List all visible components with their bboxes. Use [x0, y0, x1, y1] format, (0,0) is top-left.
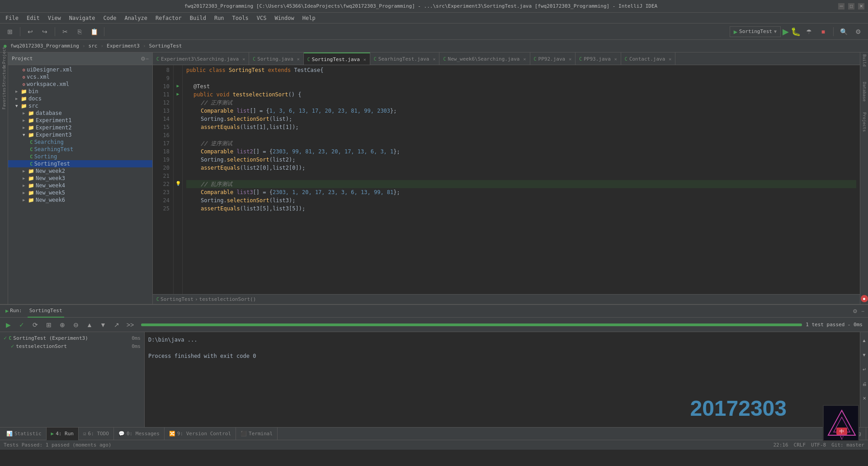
- run-config-selector[interactable]: ▶ SortingTest ▼: [730, 26, 781, 37]
- right-icon-build[interactable]: Build: [862, 54, 867, 67]
- run-collapse-button[interactable]: ⊖: [70, 319, 82, 331]
- copy-button[interactable]: ⎘: [73, 25, 86, 38]
- right-icon-avatar[interactable]: ●: [861, 295, 868, 302]
- debug-button[interactable]: 🐛: [791, 27, 801, 37]
- menu-refactor[interactable]: Refactor: [152, 13, 185, 23]
- tab-close-sorting[interactable]: ✕: [297, 57, 300, 62]
- tree-item-new-week4[interactable]: ▶ 📁 New_week4: [8, 182, 152, 189]
- tree-item-new-week3[interactable]: ▶ 📁 New_week3: [8, 175, 152, 182]
- menu-run[interactable]: Run: [211, 13, 228, 23]
- tab-sortingTest[interactable]: C SortingTest.java ✕: [304, 52, 370, 65]
- bottom-tab-messages[interactable]: 💬 0: Messages: [114, 428, 165, 440]
- coverage-button[interactable]: ☂: [802, 25, 815, 38]
- run-rerun-button[interactable]: ⟳: [29, 319, 42, 331]
- menu-analyze[interactable]: Analyze: [121, 13, 151, 23]
- tab-pp92[interactable]: C PP92.java ✕: [530, 52, 576, 65]
- cut-button[interactable]: ✂: [59, 25, 71, 38]
- menu-navigate[interactable]: Navigate: [66, 13, 99, 23]
- code-editor[interactable]: 8 9 10 11 12 13 14 15 16 17 18 19 20 21 …: [153, 65, 860, 294]
- tree-item-sorting[interactable]: C Sorting: [8, 153, 152, 160]
- left-icon-3[interactable]: Favorites: [0, 95, 8, 102]
- menu-edit[interactable]: Edit: [23, 13, 43, 23]
- tab-close-sortingTest[interactable]: ✕: [363, 57, 366, 62]
- run-export-button[interactable]: ↗: [110, 319, 123, 331]
- tree-item-src[interactable]: ▼ 📁 src: [8, 102, 152, 109]
- tree-item-docs[interactable]: ▶ 📁 docs: [8, 95, 152, 102]
- tab-sorting[interactable]: C Sorting.java ✕: [249, 52, 304, 65]
- tree-item-uiDesigner[interactable]: ⚙ uiDesigner.xml: [8, 66, 152, 73]
- run-expand-button[interactable]: ⊕: [56, 319, 69, 331]
- status-encoding[interactable]: UTF-8: [811, 442, 826, 448]
- run-more-button[interactable]: >>: [124, 319, 137, 331]
- tree-item-new-week5[interactable]: ▶ 📁 New_week5: [8, 189, 152, 196]
- tab-close-nw6searching[interactable]: ✕: [523, 57, 526, 62]
- redo-button[interactable]: ↪: [38, 25, 51, 38]
- tab-experiment3-searching[interactable]: C Experiment3\Searching.java ✕: [153, 52, 249, 65]
- bottom-tab-statistic[interactable]: 📊 Statistic: [2, 428, 47, 440]
- run-down-button[interactable]: ▼: [97, 319, 109, 331]
- bottom-tab-todo[interactable]: ☑ 6: TODO: [79, 428, 114, 440]
- run-scroll-down[interactable]: ▼: [858, 348, 868, 361]
- breadcrumb-project[interactable]: fwq20172303_Programming: [10, 43, 79, 49]
- run-panel-settings[interactable]: ⚙: [853, 308, 858, 314]
- tree-item-searhingTest[interactable]: C SearhingTest: [8, 146, 152, 153]
- run-panel-minimize[interactable]: −: [861, 308, 864, 314]
- tree-item-vcs[interactable]: ⚙ vcs.xml: [8, 73, 152, 81]
- menu-view[interactable]: View: [44, 13, 65, 23]
- tab-close-contact[interactable]: ✕: [669, 57, 671, 62]
- undo-button[interactable]: ↩: [24, 25, 37, 38]
- bottom-tab-terminal[interactable]: ⬛ Terminal: [236, 428, 278, 440]
- breadcrumb-experiment3[interactable]: Experiment3: [107, 43, 140, 49]
- tree-item-sortingTest[interactable]: C SortingTest: [8, 160, 152, 167]
- run-play-button[interactable]: ▶: [2, 319, 14, 331]
- project-panel-close[interactable]: −: [146, 56, 149, 62]
- paste-button[interactable]: 📋: [88, 25, 100, 38]
- tree-item-experiment3[interactable]: ▼ 📁 Experiment3: [8, 131, 152, 138]
- bottom-tab-version-control[interactable]: 🔀 9: Version Control: [165, 428, 236, 440]
- project-structure-button[interactable]: ⊞: [4, 25, 16, 38]
- status-line-ending[interactable]: CRLF: [794, 442, 806, 448]
- tree-item-database[interactable]: ▶ 📁 database: [8, 109, 152, 117]
- tab-pp93[interactable]: C PP93.java ✕: [576, 52, 621, 65]
- tab-newweek6searching[interactable]: C New_week6\Searching.java ✕: [439, 52, 530, 65]
- tree-item-new-week2[interactable]: ▶ 📁 New_week2: [8, 167, 152, 175]
- test-item-testselectionSort[interactable]: ✓ testselectionSort 0ms: [0, 342, 144, 350]
- menu-tools[interactable]: Tools: [229, 13, 252, 23]
- minimize-button[interactable]: ─: [838, 3, 844, 10]
- settings-button[interactable]: ⚙: [852, 25, 864, 38]
- breadcrumb-src[interactable]: src: [89, 43, 98, 49]
- left-icon-2[interactable]: Structure: [0, 72, 8, 80]
- test-item-sortingTest[interactable]: ✓ C SortingTest (Experiment3) 0ms: [0, 334, 144, 342]
- stop-button[interactable]: ■: [817, 25, 830, 38]
- run-button[interactable]: ▶: [783, 27, 789, 37]
- run-tab-sortingTest[interactable]: SortingTest: [28, 305, 64, 318]
- left-icon-1[interactable]: 1:Project: [0, 54, 8, 62]
- menu-file[interactable]: File: [2, 13, 22, 23]
- tab-searhingTest[interactable]: C SearhingTest.java ✕: [370, 52, 440, 65]
- menu-code[interactable]: Code: [100, 13, 120, 23]
- status-time[interactable]: 22:16: [773, 442, 788, 448]
- run-soft-wrap[interactable]: ↵: [858, 363, 868, 376]
- breadcrumb-file[interactable]: SortingTest: [149, 43, 182, 49]
- menu-window[interactable]: Window: [271, 13, 297, 23]
- run-print[interactable]: 🖨: [858, 377, 868, 390]
- run-pass-button[interactable]: ✓: [15, 319, 28, 331]
- close-button[interactable]: ✕: [858, 3, 864, 10]
- tree-item-experiment1[interactable]: ▶ 📁 Experiment1: [8, 117, 152, 124]
- tree-item-experiment2[interactable]: ▶ 📁 Experiment2: [8, 124, 152, 131]
- code-content[interactable]: public class SortingTest extends TestCas…: [183, 65, 860, 294]
- status-git[interactable]: Git: master: [831, 442, 864, 448]
- run-tab-run[interactable]: ▶ Run:: [4, 305, 24, 318]
- bottom-tab-run[interactable]: ▶ 4: Run: [47, 428, 79, 440]
- right-icon-database[interactable]: Database: [862, 82, 867, 101]
- run-up-button[interactable]: ▲: [83, 319, 96, 331]
- menu-vcs[interactable]: VCS: [253, 13, 270, 23]
- tree-item-searching[interactable]: C Searching: [8, 138, 152, 146]
- menu-build[interactable]: Build: [186, 13, 210, 23]
- run-clear[interactable]: ✕: [858, 392, 868, 404]
- find-button[interactable]: 🔍: [837, 25, 850, 38]
- tab-close-pp93[interactable]: ✕: [614, 57, 617, 62]
- tab-contact[interactable]: C Contact.java ✕: [621, 52, 676, 65]
- right-icon-projects[interactable]: Projects: [862, 112, 867, 132]
- project-panel-settings[interactable]: ⚙: [141, 56, 146, 62]
